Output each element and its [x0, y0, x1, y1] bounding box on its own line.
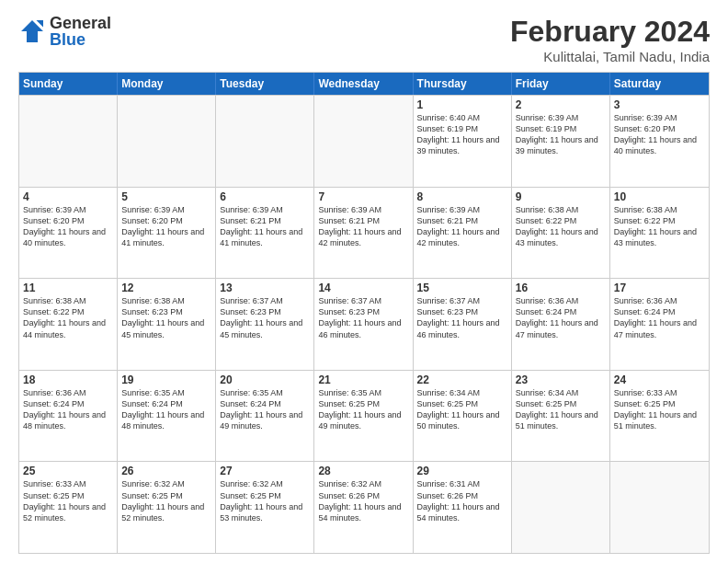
- calendar-day-header: Tuesday: [216, 73, 314, 95]
- cell-date: 8: [417, 190, 507, 203]
- calendar-cell: 12Sunrise: 6:38 AM Sunset: 6:23 PM Dayli…: [118, 279, 216, 370]
- cell-info: Sunrise: 6:39 AM Sunset: 6:20 PM Dayligh…: [121, 204, 211, 249]
- calendar-cell: 21Sunrise: 6:35 AM Sunset: 6:25 PM Dayli…: [314, 371, 413, 462]
- cell-info: Sunrise: 6:39 AM Sunset: 6:19 PM Dayligh…: [516, 112, 606, 157]
- calendar-cell: 3Sunrise: 6:39 AM Sunset: 6:20 PM Daylig…: [610, 96, 709, 187]
- calendar-cell: 27Sunrise: 6:32 AM Sunset: 6:25 PM Dayli…: [216, 462, 314, 553]
- title-block: February 2024 Kulittalai, Tamil Nadu, In…: [510, 15, 710, 64]
- calendar-cell: 22Sunrise: 6:34 AM Sunset: 6:25 PM Dayli…: [414, 371, 512, 462]
- logo-blue: Blue: [50, 31, 111, 48]
- calendar-cell: 25Sunrise: 6:33 AM Sunset: 6:25 PM Dayli…: [19, 462, 118, 553]
- calendar-cell: [314, 96, 413, 187]
- calendar-cell: 7Sunrise: 6:39 AM Sunset: 6:21 PM Daylig…: [314, 188, 413, 279]
- calendar-cell: 28Sunrise: 6:32 AM Sunset: 6:26 PM Dayli…: [314, 462, 413, 553]
- cell-info: Sunrise: 6:37 AM Sunset: 6:23 PM Dayligh…: [417, 295, 507, 340]
- calendar-cell: 24Sunrise: 6:33 AM Sunset: 6:25 PM Dayli…: [610, 371, 709, 462]
- calendar-cell: 18Sunrise: 6:36 AM Sunset: 6:24 PM Dayli…: [19, 371, 118, 462]
- cell-date: 2: [516, 98, 606, 111]
- cell-date: 20: [220, 373, 310, 386]
- cell-info: Sunrise: 6:38 AM Sunset: 6:22 PM Dayligh…: [23, 295, 113, 340]
- cell-date: 13: [220, 282, 310, 294]
- calendar-cell: 19Sunrise: 6:35 AM Sunset: 6:24 PM Dayli…: [118, 371, 216, 462]
- logo: General Blue: [18, 15, 111, 48]
- cell-info: Sunrise: 6:33 AM Sunset: 6:25 PM Dayligh…: [23, 478, 113, 523]
- calendar-day-header: Monday: [118, 73, 216, 95]
- calendar-cell: [216, 96, 314, 187]
- calendar-row: 11Sunrise: 6:38 AM Sunset: 6:22 PM Dayli…: [19, 278, 709, 370]
- calendar-cell: 15Sunrise: 6:37 AM Sunset: 6:23 PM Dayli…: [414, 279, 512, 370]
- cell-info: Sunrise: 6:33 AM Sunset: 6:25 PM Dayligh…: [614, 387, 705, 432]
- cell-info: Sunrise: 6:39 AM Sunset: 6:21 PM Dayligh…: [220, 204, 310, 249]
- cell-info: Sunrise: 6:39 AM Sunset: 6:20 PM Dayligh…: [23, 204, 113, 249]
- cell-date: 15: [417, 282, 507, 294]
- calendar-cell: 9Sunrise: 6:38 AM Sunset: 6:22 PM Daylig…: [512, 188, 610, 279]
- cell-date: 16: [516, 282, 606, 294]
- logo-text: General Blue: [50, 15, 111, 48]
- calendar-row: 18Sunrise: 6:36 AM Sunset: 6:24 PM Dayli…: [19, 370, 709, 462]
- main-title: February 2024: [510, 15, 710, 49]
- cell-date: 29: [417, 465, 507, 477]
- calendar-cell: 8Sunrise: 6:39 AM Sunset: 6:21 PM Daylig…: [414, 188, 512, 279]
- calendar-cell: [512, 462, 610, 553]
- cell-date: 26: [121, 465, 211, 477]
- cell-date: 14: [318, 282, 408, 294]
- calendar-day-header: Thursday: [414, 73, 512, 95]
- cell-info: Sunrise: 6:40 AM Sunset: 6:19 PM Dayligh…: [417, 112, 507, 157]
- cell-date: 25: [23, 465, 113, 477]
- cell-date: 24: [614, 373, 705, 386]
- cell-info: Sunrise: 6:36 AM Sunset: 6:24 PM Dayligh…: [614, 295, 705, 340]
- cell-date: 4: [23, 190, 113, 203]
- cell-date: 11: [23, 282, 113, 294]
- cell-info: Sunrise: 6:36 AM Sunset: 6:24 PM Dayligh…: [516, 295, 606, 340]
- cell-date: 27: [220, 465, 310, 477]
- cell-info: Sunrise: 6:34 AM Sunset: 6:25 PM Dayligh…: [417, 387, 507, 432]
- header: General Blue February 2024 Kulittalai, T…: [18, 15, 710, 64]
- calendar-day-header: Sunday: [19, 73, 118, 95]
- subtitle: Kulittalai, Tamil Nadu, India: [510, 49, 710, 64]
- cell-info: Sunrise: 6:34 AM Sunset: 6:25 PM Dayligh…: [516, 387, 606, 432]
- page: General Blue February 2024 Kulittalai, T…: [0, 0, 728, 563]
- calendar-cell: 1Sunrise: 6:40 AM Sunset: 6:19 PM Daylig…: [414, 96, 512, 187]
- cell-info: Sunrise: 6:35 AM Sunset: 6:25 PM Dayligh…: [318, 387, 408, 432]
- calendar-cell: 17Sunrise: 6:36 AM Sunset: 6:24 PM Dayli…: [610, 279, 709, 370]
- calendar-cell: 20Sunrise: 6:35 AM Sunset: 6:24 PM Dayli…: [216, 371, 314, 462]
- calendar-cell: 16Sunrise: 6:36 AM Sunset: 6:24 PM Dayli…: [512, 279, 610, 370]
- cell-info: Sunrise: 6:39 AM Sunset: 6:21 PM Dayligh…: [417, 204, 507, 249]
- calendar-cell: [610, 462, 709, 553]
- cell-date: 7: [318, 190, 408, 203]
- cell-info: Sunrise: 6:38 AM Sunset: 6:22 PM Dayligh…: [614, 204, 705, 249]
- cell-date: 5: [121, 190, 211, 203]
- cell-info: Sunrise: 6:38 AM Sunset: 6:23 PM Dayligh…: [121, 295, 211, 340]
- cell-date: 18: [23, 373, 113, 386]
- calendar-cell: 11Sunrise: 6:38 AM Sunset: 6:22 PM Dayli…: [19, 279, 118, 370]
- cell-info: Sunrise: 6:32 AM Sunset: 6:25 PM Dayligh…: [220, 478, 310, 523]
- cell-date: 28: [318, 465, 408, 477]
- calendar-cell: 29Sunrise: 6:31 AM Sunset: 6:26 PM Dayli…: [414, 462, 512, 553]
- cell-date: 22: [417, 373, 507, 386]
- cell-info: Sunrise: 6:35 AM Sunset: 6:24 PM Dayligh…: [121, 387, 211, 432]
- calendar: SundayMondayTuesdayWednesdayThursdayFrid…: [18, 72, 710, 554]
- cell-date: 12: [121, 282, 211, 294]
- calendar-row: 25Sunrise: 6:33 AM Sunset: 6:25 PM Dayli…: [19, 461, 709, 553]
- cell-info: Sunrise: 6:36 AM Sunset: 6:24 PM Dayligh…: [23, 387, 113, 432]
- cell-info: Sunrise: 6:35 AM Sunset: 6:24 PM Dayligh…: [220, 387, 310, 432]
- cell-info: Sunrise: 6:39 AM Sunset: 6:20 PM Dayligh…: [614, 112, 705, 157]
- calendar-row: 1Sunrise: 6:40 AM Sunset: 6:19 PM Daylig…: [19, 95, 709, 187]
- cell-info: Sunrise: 6:38 AM Sunset: 6:22 PM Dayligh…: [516, 204, 606, 249]
- cell-date: 3: [614, 98, 705, 111]
- calendar-header-row: SundayMondayTuesdayWednesdayThursdayFrid…: [19, 73, 709, 95]
- calendar-row: 4Sunrise: 6:39 AM Sunset: 6:20 PM Daylig…: [19, 187, 709, 279]
- calendar-cell: 13Sunrise: 6:37 AM Sunset: 6:23 PM Dayli…: [216, 279, 314, 370]
- cell-date: 1: [417, 98, 507, 111]
- calendar-cell: 6Sunrise: 6:39 AM Sunset: 6:21 PM Daylig…: [216, 188, 314, 279]
- cell-date: 17: [614, 282, 705, 294]
- calendar-day-header: Saturday: [610, 73, 709, 95]
- logo-icon: [18, 17, 46, 45]
- calendar-cell: 26Sunrise: 6:32 AM Sunset: 6:25 PM Dayli…: [118, 462, 216, 553]
- cell-date: 10: [614, 190, 705, 203]
- cell-date: 21: [318, 373, 408, 386]
- calendar-cell: 23Sunrise: 6:34 AM Sunset: 6:25 PM Dayli…: [512, 371, 610, 462]
- calendar-cell: [19, 96, 118, 187]
- cell-info: Sunrise: 6:37 AM Sunset: 6:23 PM Dayligh…: [220, 295, 310, 340]
- cell-date: 23: [516, 373, 606, 386]
